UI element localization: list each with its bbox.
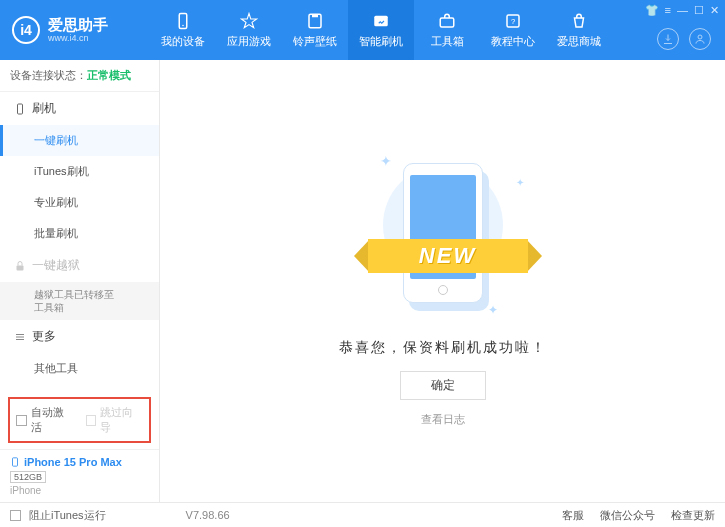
header-right-actions <box>657 28 711 50</box>
svg-rect-14 <box>13 458 18 466</box>
nav-item[interactable]: 我的设备 <box>150 0 216 60</box>
nav-item[interactable]: 爱思商城 <box>546 0 612 60</box>
main-content: ✦ ✦ ✦ NEW 恭喜您，保资料刷机成功啦！ 确定 查看日志 <box>160 60 725 502</box>
nav-item[interactable]: 工具箱 <box>414 0 480 60</box>
device-name[interactable]: iPhone 15 Pro Max <box>10 456 149 468</box>
svg-text:?: ? <box>511 17 515 26</box>
auto-activate-checkbox[interactable]: 自动激活 <box>16 405 74 435</box>
window-controls: 👕 ≡ — ☐ ✕ <box>645 4 719 17</box>
checkbox-icon <box>16 415 27 426</box>
nav-icon <box>306 12 324 30</box>
nav-icon <box>372 12 390 30</box>
sidebar: 设备连接状态：正常模式 刷机 一键刷机iTunes刷机专业刷机批量刷机 一键越狱… <box>0 60 160 502</box>
svg-rect-3 <box>312 14 318 17</box>
device-storage: 512GB <box>10 471 46 483</box>
phone-icon <box>10 456 20 468</box>
sidebar-item[interactable]: 下载固件 <box>0 384 159 391</box>
nav-icon <box>174 12 192 30</box>
sidebar-item[interactable]: 一键刷机 <box>0 125 159 156</box>
block-itunes-checkbox[interactable]: 阻止iTunes运行 <box>10 508 106 523</box>
device-type: iPhone <box>10 485 149 496</box>
new-ribbon: NEW <box>358 235 538 277</box>
device-info: iPhone 15 Pro Max 512GB iPhone <box>0 449 159 502</box>
nav-item[interactable]: ?教程中心 <box>480 0 546 60</box>
nav-icon <box>570 12 588 30</box>
svg-point-8 <box>698 35 702 39</box>
section-flash[interactable]: 刷机 <box>0 92 159 125</box>
footer-link[interactable]: 微信公众号 <box>600 508 655 523</box>
download-icon[interactable] <box>657 28 679 50</box>
jailbreak-note[interactable]: 越狱工具已转移至 工具箱 <box>0 282 159 320</box>
sidebar-item[interactable]: 其他工具 <box>0 353 159 384</box>
nav-icon: ? <box>504 12 522 30</box>
status-mode: 正常模式 <box>87 69 131 81</box>
confirm-button[interactable]: 确定 <box>400 371 486 400</box>
sidebar-item[interactable]: 批量刷机 <box>0 218 159 249</box>
app-header: i4 爱思助手 www.i4.cn 我的设备应用游戏铃声壁纸智能刷机工具箱?教程… <box>0 0 725 60</box>
svg-rect-9 <box>18 104 23 114</box>
svg-rect-10 <box>17 265 24 270</box>
nav-item[interactable]: 智能刷机 <box>348 0 414 60</box>
app-url: www.i4.cn <box>48 33 108 43</box>
user-icon[interactable] <box>689 28 711 50</box>
logo-icon: i4 <box>12 16 40 44</box>
app-title: 爱思助手 <box>48 17 108 34</box>
maximize-icon[interactable]: ☐ <box>694 4 704 17</box>
footer-link[interactable]: 客服 <box>562 508 584 523</box>
nav-item[interactable]: 铃声壁纸 <box>282 0 348 60</box>
version-label: V7.98.66 <box>186 509 230 521</box>
svg-rect-4 <box>374 15 388 26</box>
menu-icon[interactable]: ≡ <box>665 4 671 17</box>
footer-link[interactable]: 检查更新 <box>671 508 715 523</box>
svg-rect-5 <box>440 18 454 27</box>
logo: i4 爱思助手 www.i4.cn <box>0 16 150 44</box>
success-message: 恭喜您，保资料刷机成功啦！ <box>339 339 547 357</box>
nav-item[interactable]: 应用游戏 <box>216 0 282 60</box>
skin-icon[interactable]: 👕 <box>645 4 659 17</box>
svg-point-1 <box>182 24 184 26</box>
section-more[interactable]: 更多 <box>0 320 159 353</box>
sidebar-item[interactable]: 专业刷机 <box>0 187 159 218</box>
sidebar-menu: 刷机 一键刷机iTunes刷机专业刷机批量刷机 一键越狱 越狱工具已转移至 工具… <box>0 92 159 391</box>
status-bar: 阻止iTunes运行 V7.98.66 客服微信公众号检查更新 <box>0 502 725 527</box>
checkbox-icon <box>86 415 97 426</box>
footer-links: 客服微信公众号检查更新 <box>562 508 715 523</box>
nav-icon <box>240 12 258 30</box>
close-icon[interactable]: ✕ <box>710 4 719 17</box>
device-status: 设备连接状态：正常模式 <box>0 60 159 92</box>
view-log-link[interactable]: 查看日志 <box>421 412 465 427</box>
flash-options: 自动激活 跳过向导 <box>8 397 151 443</box>
top-nav: 我的设备应用游戏铃声壁纸智能刷机工具箱?教程中心爱思商城 <box>150 0 612 60</box>
nav-icon <box>438 12 456 30</box>
section-jailbreak: 一键越狱 <box>0 249 159 282</box>
skip-wizard-checkbox: 跳过向导 <box>86 405 144 435</box>
minimize-icon[interactable]: — <box>677 4 688 17</box>
checkbox-icon <box>10 510 21 521</box>
sidebar-item[interactable]: iTunes刷机 <box>0 156 159 187</box>
success-illustration: ✦ ✦ ✦ NEW <box>348 135 538 325</box>
